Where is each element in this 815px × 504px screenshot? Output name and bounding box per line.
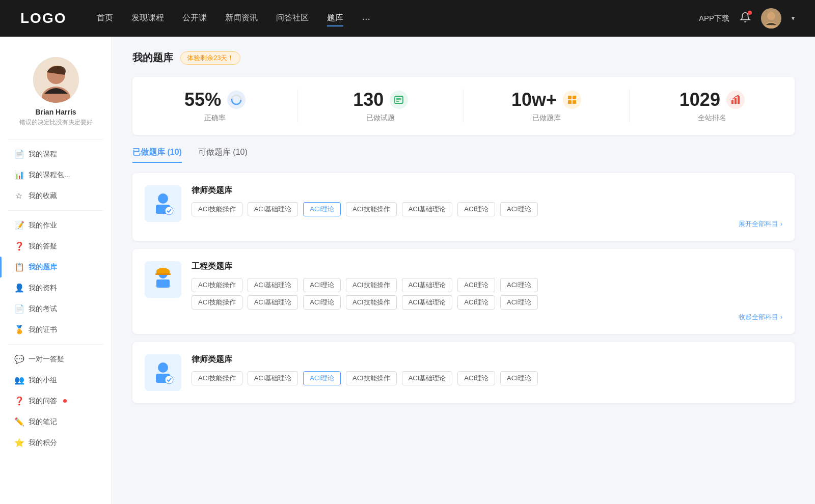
qb-tag[interactable]: ACI技能操作 xyxy=(346,295,397,310)
qb-tag[interactable]: ACI理论 xyxy=(500,295,538,310)
sidebar-item-exam[interactable]: 📄 我的考试 xyxy=(0,298,112,319)
stat-accuracy-label: 正确率 xyxy=(204,114,226,123)
expand-lawyer-1[interactable]: 展开全部科目 › xyxy=(192,219,782,229)
stat-accuracy-top: 55% xyxy=(184,89,246,110)
svg-point-22 xyxy=(165,207,173,215)
qb-tag[interactable]: ACI基础理论 xyxy=(402,278,453,292)
nav-news[interactable]: 新闻资讯 xyxy=(225,11,258,26)
stat-done-banks: 10w+ 已做题库 xyxy=(464,89,630,123)
qb-tag[interactable]: ACI理论 xyxy=(457,202,495,216)
avatar[interactable] xyxy=(761,8,781,29)
page-header: 我的题库 体验剩余23天！ xyxy=(132,51,795,65)
sidebar-item-label: 我的积分 xyxy=(29,438,57,447)
qb-tag[interactable]: ACI基础理论 xyxy=(248,371,298,385)
profile-icon: 👤 xyxy=(14,283,23,293)
nav-qa[interactable]: 问答社区 xyxy=(276,11,309,26)
sidebar-item-label: 一对一答疑 xyxy=(29,355,64,364)
qb-tag[interactable]: ACI基础理论 xyxy=(248,202,298,216)
stat-banks-label: 已做题库 xyxy=(532,114,561,123)
qb-tag[interactable]: ACI理论 xyxy=(500,202,538,216)
qb-tag[interactable]: ACI基础理论 xyxy=(248,278,298,292)
sidebar-item-label: 我的考试 xyxy=(29,304,57,314)
points-icon: ⭐ xyxy=(14,438,23,447)
nav-open-course[interactable]: 公开课 xyxy=(182,11,207,26)
qb-tag[interactable]: ACI技能操作 xyxy=(192,295,242,310)
qb-tags-engineer-row2: ACI技能操作 ACI基础理论 ACI理论 ACI技能操作 ACI基础理论 AC… xyxy=(192,295,782,310)
sidebar-item-favorites[interactable]: ☆ 我的收藏 xyxy=(0,185,112,206)
tab-done-banks[interactable]: 已做题库 (10) xyxy=(132,147,182,163)
user-dropdown-arrow[interactable]: ▾ xyxy=(792,15,795,22)
qb-tag[interactable]: ACI理论 xyxy=(457,371,495,385)
qb-tag[interactable]: ACI技能操作 xyxy=(346,202,397,216)
sidebar-item-label: 我的笔记 xyxy=(29,417,57,427)
nav-question-bank[interactable]: 题库 xyxy=(327,11,343,26)
qb-card-lawyer-2: 律师类题库 ACI技能操作 ACI基础理论 ACI理论 ACI技能操作 ACI基… xyxy=(132,342,795,403)
qb-tag-active[interactable]: ACI理论 xyxy=(303,202,341,216)
sidebar-item-group[interactable]: 👥 我的小组 xyxy=(0,370,112,390)
qb-tag[interactable]: ACI技能操作 xyxy=(346,371,397,385)
qb-tag[interactable]: ACI技能操作 xyxy=(192,202,242,216)
qb-tag[interactable]: ACI基础理论 xyxy=(402,295,453,310)
sidebar-item-notes[interactable]: ✏️ 我的笔记 xyxy=(0,411,112,432)
qb-tag[interactable]: ACI技能操作 xyxy=(192,278,242,292)
stat-accuracy-value: 55% xyxy=(184,89,221,110)
qb-tag[interactable]: ACI理论 xyxy=(457,278,495,292)
stat-rank: 1029 全站排名 xyxy=(630,89,795,123)
sidebar-item-label: 我的题库 xyxy=(29,263,57,272)
sidebar-item-questions[interactable]: ❓ 我的答疑 xyxy=(0,236,112,257)
chat-icon: 💬 xyxy=(14,354,23,364)
rank-icon xyxy=(726,91,745,109)
stat-done-label: 已做试题 xyxy=(366,114,395,123)
sidebar-item-my-qa[interactable]: ❓ 我的问答 xyxy=(0,390,112,411)
profile-avatar xyxy=(33,57,79,103)
nav-discover[interactable]: 发现课程 xyxy=(131,11,164,26)
profile-name: Brian Harris xyxy=(35,108,76,116)
main-content: 我的题库 体验剩余23天！ 55% 正确率 13 xyxy=(112,37,815,504)
logo: LOGO xyxy=(20,10,66,26)
qb-tags-engineer-row1: ACI技能操作 ACI基础理论 ACI理论 ACI技能操作 ACI基础理论 AC… xyxy=(192,278,782,292)
qb-tag[interactable]: ACI基础理论 xyxy=(402,371,453,385)
svg-rect-14 xyxy=(568,100,572,104)
qb-tag[interactable]: ACI技能操作 xyxy=(192,371,242,385)
sidebar-divider-3 xyxy=(8,344,103,345)
sidebar-item-course-package[interactable]: 📊 我的课程包... xyxy=(0,164,112,185)
qb-tag[interactable]: ACI理论 xyxy=(303,295,341,310)
qb-tag[interactable]: ACI理论 xyxy=(500,278,538,292)
qb-tag[interactable]: ACI理论 xyxy=(500,371,538,385)
question-bank-tabs: 已做题库 (10) 可做题库 (10) xyxy=(132,147,795,163)
question-icon: ❓ xyxy=(14,241,23,251)
sidebar-item-question-bank[interactable]: 📋 我的题库 xyxy=(0,257,112,277)
qb-tag[interactable]: ACI理论 xyxy=(457,295,495,310)
sidebar-item-label: 我的作业 xyxy=(29,221,57,230)
notes-icon: ✏️ xyxy=(14,417,23,427)
stat-accuracy: 55% 正确率 xyxy=(132,89,298,123)
sidebar-item-homework[interactable]: 📝 我的作业 xyxy=(0,215,112,236)
nav-items: 首页 发现课程 公开课 新闻资讯 问答社区 题库 ··· xyxy=(97,11,699,26)
qb-tag-active[interactable]: ACI理论 xyxy=(303,371,341,385)
app-download-button[interactable]: APP下载 xyxy=(699,14,729,23)
lawyer-icon-1 xyxy=(145,185,181,222)
collapse-engineer[interactable]: 收起全部科目 › xyxy=(192,313,782,322)
star-icon: ☆ xyxy=(14,191,23,201)
sidebar-item-my-course[interactable]: 📄 我的课程 xyxy=(0,144,112,164)
sidebar-item-points[interactable]: ⭐ 我的积分 xyxy=(0,432,112,453)
course-pkg-icon: 📊 xyxy=(14,170,23,180)
sidebar-item-certificate[interactable]: 🏅 我的证书 xyxy=(0,319,112,340)
bank-icon: 📋 xyxy=(14,262,23,272)
svg-rect-27 xyxy=(155,273,171,275)
group-icon: 👥 xyxy=(14,375,23,385)
tab-available-banks[interactable]: 可做题库 (10) xyxy=(198,147,248,163)
qb-tag[interactable]: ACI基础理论 xyxy=(402,202,453,216)
svg-rect-13 xyxy=(573,96,576,99)
qb-tag[interactable]: ACI技能操作 xyxy=(346,278,397,292)
nav-more[interactable]: ··· xyxy=(362,11,370,26)
qb-tag[interactable]: ACI基础理论 xyxy=(248,295,298,310)
sidebar-item-profile[interactable]: 👤 我的资料 xyxy=(0,277,112,298)
sidebar-item-one-on-one[interactable]: 💬 一对一答疑 xyxy=(0,349,112,370)
nav-home[interactable]: 首页 xyxy=(97,11,113,26)
sidebar-item-label: 我的小组 xyxy=(29,376,57,385)
stat-rank-label: 全站排名 xyxy=(698,114,726,123)
qb-tag[interactable]: ACI理论 xyxy=(303,278,341,292)
notification-bell[interactable] xyxy=(740,12,751,25)
qb-tags-lawyer-2: ACI技能操作 ACI基础理论 ACI理论 ACI技能操作 ACI基础理论 AC… xyxy=(192,371,782,385)
